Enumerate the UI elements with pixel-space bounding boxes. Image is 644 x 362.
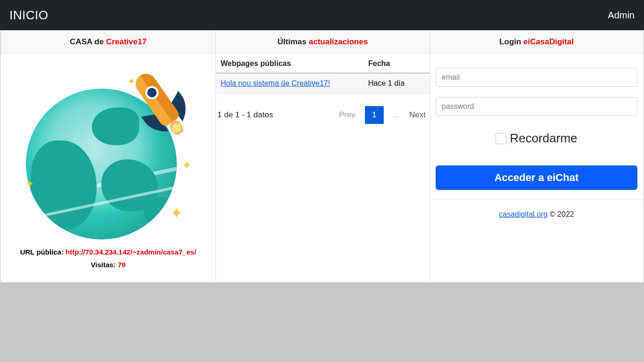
globe-rocket-illustration: ✦ ✦ ✦ ✦ — [7, 60, 210, 244]
updates-table: Webpages públicas Fecha Hola nou sistema… — [216, 54, 429, 94]
hero-area: ✦ ✦ ✦ ✦ URL pública: http://70.34.234.14… — [1, 54, 215, 282]
public-url-label: URL pública: — [20, 248, 66, 256]
login-button[interactable]: Acceder a eiChat — [436, 165, 637, 190]
sparkle-icon: ✦ — [182, 159, 191, 172]
pagination-ellipsis: ... — [393, 110, 400, 120]
panel-casa-header: CASA de Creative17 — [1, 31, 215, 54]
footer-copyright: © 2022 — [547, 210, 574, 218]
page-number-current[interactable]: 1 — [365, 106, 384, 124]
password-field[interactable] — [436, 97, 637, 116]
visits-label: Visitas: — [91, 261, 118, 269]
panel-updates: Últimas actualizaciones Webpages pública… — [216, 31, 430, 282]
sparkle-icon: ✦ — [26, 178, 34, 189]
visits-value: 79 — [118, 261, 126, 269]
next-button[interactable]: Next — [409, 110, 426, 120]
pagination: 1 de 1 - 1 datos Prev 1 ... Next — [216, 94, 429, 124]
th-date: Fecha — [363, 54, 429, 73]
panel-casa-title-prefix: CASA de — [70, 37, 106, 46]
footer-link[interactable]: casadigital.org — [499, 210, 547, 218]
panel-casa-title-accent: Creative17 — [106, 37, 147, 46]
public-url-value[interactable]: http://70.34.234.142/~zadmin/casa7_es/ — [66, 248, 196, 256]
public-url-line: URL pública: http://70.34.234.142/~zadmi… — [20, 248, 197, 256]
footer: casadigital.org © 2022 — [430, 200, 643, 229]
panel-login-title-accent: eiCasaDigital — [523, 37, 574, 46]
visits-line: Visitas: 79 — [91, 261, 126, 269]
panel-login-title-prefix: Login — [499, 37, 523, 46]
navbar-admin-link[interactable]: Admin — [608, 10, 635, 21]
panel-updates-title-prefix: Últimas — [278, 37, 309, 46]
panel-updates-title-accent: actualizaciones — [309, 37, 368, 46]
navbar-brand[interactable]: INICIO — [9, 8, 48, 23]
panel-login: Login eiCasaDigital Recordarme Acceder a… — [430, 31, 643, 282]
update-link[interactable]: Hola nou sistema de Creative17! — [221, 79, 330, 87]
th-webpages: Webpages públicas — [216, 54, 363, 73]
pagination-count: 1 de 1 - 1 datos — [216, 110, 273, 120]
remember-checkbox[interactable] — [495, 133, 507, 144]
sparkle-icon: ✦ — [171, 205, 182, 221]
remember-row: Recordarme — [436, 131, 637, 146]
main-container: CASA de Creative17 ✦ ✦ ✦ — [0, 30, 644, 283]
navbar: INICIO Admin — [0, 0, 644, 30]
email-field[interactable] — [436, 68, 637, 87]
update-date: Hace 1 día — [363, 73, 429, 94]
remember-label[interactable]: Recordarme — [510, 131, 577, 146]
panel-casa: CASA de Creative17 ✦ ✦ ✦ — [1, 31, 216, 282]
login-form: Recordarme Acceder a eiChat — [430, 54, 643, 200]
panel-updates-header: Últimas actualizaciones — [216, 31, 429, 54]
prev-button[interactable]: Prev — [339, 110, 355, 120]
panel-login-header: Login eiCasaDigital — [430, 31, 643, 54]
table-row: Hola nou sistema de Creative17! Hace 1 d… — [216, 73, 429, 94]
sparkle-icon: ✦ — [128, 76, 135, 87]
